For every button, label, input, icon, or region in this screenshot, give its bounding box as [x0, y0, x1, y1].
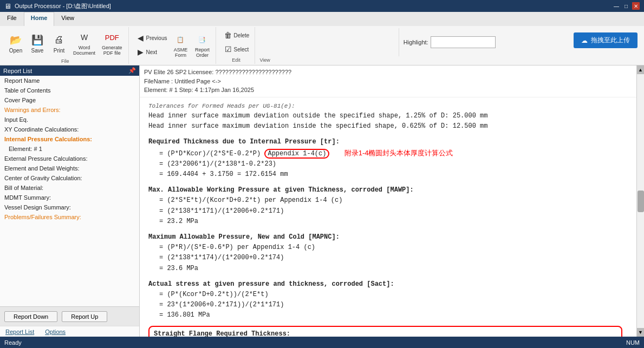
previous-button[interactable]: ◀ Previous — [133, 31, 170, 44]
sidebar-item-bill[interactable]: Bill of Material: — [0, 183, 139, 193]
tab-file[interactable]: File — [0, 12, 24, 26]
content-area: PV Elite 26 SP2 Licensee: ??????????????… — [140, 65, 636, 337]
sidebar-tab-report-list[interactable]: Report List — [0, 327, 40, 336]
highlight-label: Highlight: — [404, 39, 428, 45]
pdf-icon: PDF — [105, 30, 120, 45]
window-controls[interactable]: — □ ✕ — [613, 2, 640, 10]
report-order-button[interactable]: 📑 ReportOrder — [192, 30, 212, 60]
file-buttons: 📂 Open 💾 Save 🖨 Print W WordDocument PDF — [5, 28, 125, 57]
required-thickness-title: Required Thickness due to Internal Press… — [148, 137, 628, 147]
sidebar-item-xy[interactable]: XY Coordinate Calculations: — [0, 124, 139, 134]
mawp-formula1: = (2*S*E*t)/(Kcor*D+0.2*t) per Appendix … — [148, 195, 628, 206]
sidebar-item-mdmt[interactable]: MDMT Summary: — [0, 193, 139, 202]
upload-icon: ☁ — [581, 37, 588, 44]
sidebar-item-report-name[interactable]: Report Name — [0, 76, 139, 86]
select-button[interactable]: ☑ Select — [220, 43, 251, 56]
scrollbar[interactable]: ▲ ▼ — [636, 65, 644, 337]
mapnc-section: Maximum Allowable Pressure, New and Cold… — [148, 232, 628, 274]
ribbon: File Home View 📂 Open 💾 Save 🖨 Print — [0, 12, 644, 65]
sidebar-item-warnings[interactable]: Warnings and Errors: — [0, 105, 139, 115]
open-button[interactable]: 📂 Open — [5, 31, 26, 55]
tolerance-line2: Head inner surface maximum deviation ins… — [148, 121, 628, 132]
mawp-formula2: = (2*138*1*171)/(1*2006+0.2*171) — [148, 206, 628, 216]
tab-view[interactable]: View — [54, 12, 81, 26]
sidebar-item-element1[interactable]: Element: # 1 — [0, 144, 139, 154]
annotation1: 附录1-4椭圆封头本体厚度计算公式 — [344, 149, 453, 157]
delete-button[interactable]: 🗑 Delete — [220, 29, 251, 42]
highlight-bar: Highlight: — [399, 28, 500, 56]
highlight-input[interactable] — [431, 36, 496, 48]
next-icon: ▶ — [135, 47, 146, 57]
tolerance-line1: Head inner surface maximum deviation out… — [148, 111, 628, 121]
sidebar-item-problems[interactable]: Problems/Failures Summary: — [0, 212, 139, 222]
sidebar-header: Report List 📌 — [0, 65, 139, 76]
upload-button[interactable]: ☁ 拖拽至此上传 — [574, 32, 638, 48]
doc-body[interactable]: Tolerances for Formed Heads per UG-81(e)… — [140, 97, 636, 337]
sidebar-item-toc[interactable]: Table of Contents — [0, 86, 139, 95]
save-button[interactable]: 💾 Save — [27, 31, 48, 55]
title-text: Output Processor - [D:\盘图\Untitled] — [15, 2, 111, 10]
tab-home[interactable]: Home — [24, 12, 55, 26]
actual-stress-result: = 136.801 MPa — [148, 310, 628, 320]
sidebar-bottom-tabs: Report List Options — [0, 326, 139, 337]
word-icon: W — [77, 30, 92, 45]
previous-icon: ◀ — [135, 32, 146, 43]
sidebar: Report List 📌 Report Name Table of Conte… — [0, 65, 140, 337]
delete-icon: 🗑 — [223, 30, 233, 41]
sidebar-item-vessel-design[interactable]: Vessel Design Summary: — [0, 202, 139, 212]
app-icon: 🖥 — [4, 2, 11, 10]
mapnc-result: = 23.6 MPa — [148, 264, 628, 274]
nav-buttons: ◀ Previous ▶ Next 📋 ASMEForm 📑 ReportOrd… — [133, 28, 213, 62]
required-thickness-result: = 169.4404 + 3.1750 = 172.6154 mm — [148, 169, 628, 180]
report-order-icon: 📑 — [194, 32, 210, 47]
required-thickness-formula2: = (23*2006*1)/(2*138*1-0.2*23) — [148, 159, 628, 169]
mawp-title: Max. Allowable Working Pressure at given… — [148, 185, 628, 195]
next-button[interactable]: ▶ Next — [133, 45, 170, 58]
sidebar-item-weights[interactable]: Element and Detail Weights: — [0, 163, 139, 173]
title-bar: 🖥 Output Processor - [D:\盘图\Untitled] — … — [0, 0, 644, 12]
ribbon-group-nav: ◀ Previous ▶ Next 📋 ASMEForm 📑 ReportOrd… — [130, 27, 217, 64]
actual-stress-title: Actual stress at given pressure and thic… — [148, 279, 628, 290]
mawp-result: = 23.2 MPa — [148, 216, 628, 227]
straight-flange-title: Straight Flange Required Thickness: — [154, 329, 290, 337]
view-group-label: View — [259, 56, 270, 63]
scroll-thumb[interactable] — [638, 191, 644, 212]
straight-flange-header: Straight Flange Required Thickness: — [154, 329, 617, 337]
asme-form-button[interactable]: 📋 ASMEForm — [170, 30, 191, 60]
sidebar-item-cover[interactable]: Cover Page — [0, 95, 139, 105]
sidebar-tab-options[interactable]: Options — [40, 327, 71, 336]
edit-group-label: Edit — [232, 56, 240, 63]
word-document-button[interactable]: W WordDocument — [70, 28, 98, 57]
maximize-button[interactable]: □ — [622, 2, 630, 10]
ribbon-tabs: File Home View — [0, 12, 644, 26]
edit-buttons: 🗑 Delete ☑ Select — [220, 28, 251, 56]
scroll-up-button[interactable]: ▲ — [637, 65, 645, 74]
mapnc-formula2: = (2*138*1*174)/(1*2000+0.2*174) — [148, 253, 628, 263]
sidebar-item-external[interactable]: External Pressure Calculations: — [0, 154, 139, 163]
sidebar-item-internal-pressure[interactable]: Internal Pressure Calculations: — [0, 134, 139, 144]
straight-flange-section: Straight Flange Required Thickness: = (P… — [148, 326, 622, 337]
generate-pdf-button[interactable]: PDF GeneratePDF file — [99, 28, 125, 57]
status-bar: Ready NUM — [0, 337, 644, 348]
tolerances-section: Tolerances for Formed Heads per UG-81(e)… — [148, 102, 628, 132]
report-up-button[interactable]: Report Up — [62, 311, 107, 322]
minimize-button[interactable]: — — [613, 2, 620, 10]
close-button[interactable]: ✕ — [632, 2, 640, 10]
actual-stress-formula1: = (P*(Kcor*D+0.2*t))/(2*E*t) — [148, 290, 628, 300]
report-down-button[interactable]: Report Down — [4, 311, 57, 322]
required-thickness-formula1: = (P*D*Kcor)/(2*S*E-0.2*P) Appendix 1-4(… — [148, 148, 628, 159]
actual-stress-section: Actual stress at given pressure and thic… — [148, 279, 628, 321]
sidebar-pin-icon[interactable]: 📌 — [128, 67, 136, 74]
required-thickness-section: Required Thickness due to Internal Press… — [148, 137, 628, 180]
main-layout: Report List 📌 Report Name Table of Conte… — [0, 65, 644, 337]
scroll-down-button[interactable]: ▼ — [637, 328, 645, 337]
sidebar-bottom-bar: Report Down Report Up — [0, 306, 139, 326]
file-group-label: File — [61, 57, 69, 64]
mapnc-title: Maximum Allowable Pressure, New and Cold… — [148, 232, 628, 242]
sidebar-item-gravity[interactable]: Center of Gravity Calculation: — [0, 173, 139, 183]
tolerances-title: Tolerances for Formed Heads per UG-81(e)… — [148, 102, 628, 111]
print-button[interactable]: 🖨 Print — [49, 31, 69, 55]
sidebar-item-input[interactable]: Input Eq. — [0, 115, 139, 124]
select-icon: ☑ — [223, 44, 233, 55]
ribbon-group-file: 📂 Open 💾 Save 🖨 Print W WordDocument PDF — [2, 27, 129, 64]
